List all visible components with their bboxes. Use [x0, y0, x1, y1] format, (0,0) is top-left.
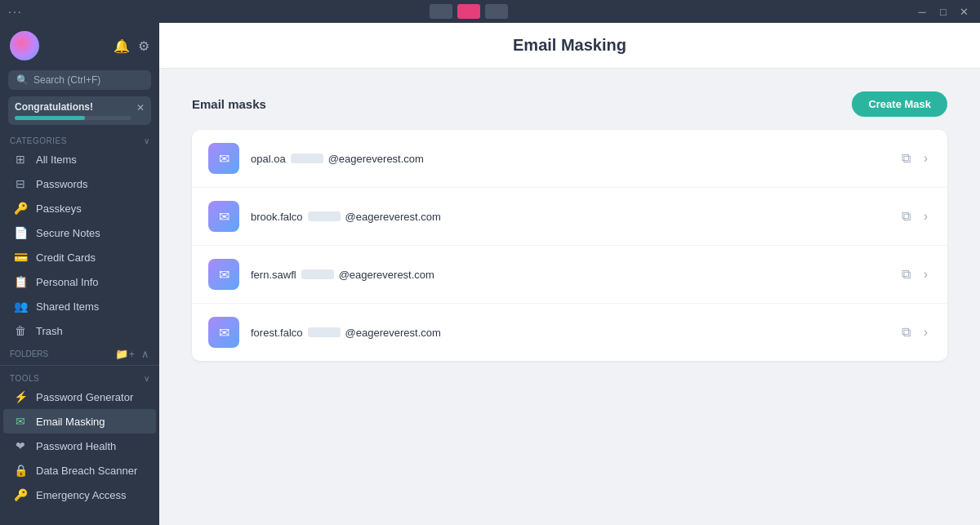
sidebar-item-label: Trash: [36, 325, 63, 337]
titlebar-tab-3[interactable]: [485, 4, 508, 19]
mask-redacted-4: [308, 327, 341, 337]
sidebar-item-label: Credit Cards: [36, 251, 96, 264]
minimize-button[interactable]: ─: [915, 4, 929, 19]
mask-icon-3: ✉: [208, 259, 239, 290]
mask-item: ✉ brook.falco@eagereverest.com ⧉ ›: [192, 188, 947, 246]
shared-items-icon: 👥: [13, 300, 28, 313]
trash-icon: 🗑: [13, 324, 28, 337]
tools-chevron-icon[interactable]: ∨: [144, 374, 150, 383]
envelope-icon: ✉: [219, 151, 229, 167]
masks-label: Email masks: [192, 97, 266, 111]
sidebar-item-label: Passwords: [36, 178, 88, 190]
mask-email-4: forest.falco@eagereverest.com: [251, 327, 887, 339]
categories-text: Categories: [10, 136, 67, 145]
search-bar[interactable]: 🔍 Search (Ctrl+F): [8, 70, 151, 90]
titlebar: ··· ─ □ ✕: [0, 0, 980, 23]
titlebar-controls: ─ □ ✕: [915, 4, 972, 19]
mask-redacted-1: [291, 153, 323, 163]
congrats-banner: Congratulations! ✕: [8, 96, 151, 125]
sidebar-item-label: Shared Items: [36, 300, 99, 313]
titlebar-tab-1[interactable]: [430, 4, 452, 19]
titlebar-tabs: [430, 4, 508, 19]
mask-expand-button-3[interactable]: ›: [920, 264, 931, 285]
sidebar-item-label: Data Breach Scanner: [36, 465, 137, 477]
sidebar-item-trash[interactable]: 🗑 Trash: [3, 318, 156, 343]
mask-icon-1: ✉: [208, 143, 239, 174]
mask-expand-button-1[interactable]: ›: [920, 148, 931, 169]
search-placeholder: Search (Ctrl+F): [33, 74, 100, 86]
main-content: Email Masking Email masks Create Mask ✉ …: [159, 23, 980, 525]
maximize-button[interactable]: □: [936, 4, 951, 19]
mask-expand-button-4[interactable]: ›: [920, 322, 931, 343]
titlebar-grip: ···: [8, 5, 23, 18]
mask-item: ✉ forest.falco@eagereverest.com ⧉ ›: [192, 304, 947, 361]
credit-cards-icon: 💳: [13, 251, 28, 264]
mask-prefix-4: forest.falco: [251, 327, 303, 339]
tools-label: Tools ∨: [0, 369, 159, 385]
mask-expand-button-2[interactable]: ›: [920, 206, 931, 227]
sidebar-item-label: Emergency Access: [36, 489, 127, 501]
sidebar-item-credit-cards[interactable]: 💳 Credit Cards: [3, 245, 156, 269]
mask-actions-2: ⧉ ›: [898, 206, 931, 227]
all-items-icon: ⊞: [13, 153, 28, 166]
masks-list: ✉ opal.oa@eagereverest.com ⧉ › ✉: [192, 130, 947, 361]
sidebar-item-password-generator[interactable]: ⚡ Password Generator: [3, 385, 156, 409]
sidebar-item-shared-items[interactable]: 👥 Shared Items: [3, 294, 156, 318]
data-breach-icon: 🔒: [13, 464, 28, 477]
titlebar-tab-2[interactable]: [457, 4, 480, 19]
mask-copy-button-1[interactable]: ⧉: [898, 148, 914, 169]
folders-icons: 📁+ ∧: [115, 348, 149, 360]
mask-copy-button-3[interactable]: ⧉: [898, 264, 914, 285]
folders-label: Folders: [10, 349, 48, 358]
mask-email-1: opal.oa@eagereverest.com: [251, 153, 887, 165]
mask-prefix-3: fern.sawfl: [251, 269, 296, 281]
sidebar-item-passwords[interactable]: ⊟ Passwords: [3, 171, 156, 196]
folders-chevron-icon[interactable]: ∧: [141, 348, 149, 360]
envelope-icon: ✉: [219, 325, 229, 340]
sidebar-item-passkeys[interactable]: 🔑 Passkeys: [3, 196, 156, 220]
secure-notes-icon: 📄: [13, 226, 28, 239]
notifications-icon[interactable]: 🔔: [114, 38, 130, 54]
add-folder-icon[interactable]: 📁+: [115, 348, 135, 360]
sidebar-item-personal-info[interactable]: 📋 Personal Info: [3, 269, 156, 294]
mask-suffix-2: @eagereverest.com: [345, 211, 441, 223]
sidebar-item-data-breach-scanner[interactable]: 🔒 Data Breach Scanner: [3, 458, 156, 483]
sidebar-item-label: Email Masking: [36, 416, 105, 428]
page-title-bar: Email Masking: [159, 23, 980, 69]
page-title: Email Masking: [176, 36, 964, 55]
mask-copy-button-2[interactable]: ⧉: [898, 206, 914, 227]
mask-prefix-1: opal.oa: [251, 153, 286, 165]
mask-email-2: brook.falco@eagereverest.com: [251, 211, 887, 223]
email-masking-icon: ✉: [13, 415, 28, 428]
sidebar: 🔔 ⚙ 🔍 Search (Ctrl+F) Congratulations! ✕…: [0, 23, 159, 525]
tools-text: Tools: [10, 374, 39, 383]
create-mask-button[interactable]: Create Mask: [852, 91, 947, 117]
sidebar-item-label: Secure Notes: [36, 227, 100, 239]
mask-email-3: fern.sawfl@eagereverest.com: [251, 269, 887, 281]
settings-icon[interactable]: ⚙: [138, 38, 149, 54]
mask-prefix-2: brook.falco: [251, 211, 303, 223]
sidebar-item-password-health[interactable]: ❤ Password Health: [3, 434, 156, 458]
sidebar-item-secure-notes[interactable]: 📄 Secure Notes: [3, 220, 156, 245]
passkeys-icon: 🔑: [13, 202, 28, 215]
congrats-bar: [15, 116, 131, 120]
sidebar-item-emergency-access[interactable]: 🔑 Emergency Access: [3, 483, 156, 507]
mask-copy-button-4[interactable]: ⧉: [898, 322, 914, 343]
mask-actions-3: ⧉ ›: [898, 264, 931, 285]
mask-redacted-2: [308, 211, 341, 221]
personal-info-icon: 📋: [13, 275, 28, 288]
mask-actions-4: ⧉ ›: [898, 322, 931, 343]
passwords-icon: ⊟: [13, 177, 28, 190]
congrats-close-button[interactable]: ✕: [136, 102, 145, 113]
sidebar-item-email-masking[interactable]: ✉ Email Masking: [3, 409, 156, 434]
avatar[interactable]: [10, 31, 39, 60]
envelope-icon: ✉: [219, 267, 229, 283]
password-health-icon: ❤: [13, 439, 28, 452]
categories-label: Categories ∨: [0, 131, 159, 147]
close-button[interactable]: ✕: [957, 4, 972, 19]
sidebar-header: 🔔 ⚙: [0, 23, 159, 69]
folders-section: Folders 📁+ ∧: [0, 343, 159, 362]
sidebar-item-all-items[interactable]: ⊞ All Items: [3, 147, 156, 171]
categories-chevron-icon[interactable]: ∨: [144, 136, 150, 145]
content-area: Email masks Create Mask ✉ opal.oa@eagere…: [159, 69, 980, 525]
